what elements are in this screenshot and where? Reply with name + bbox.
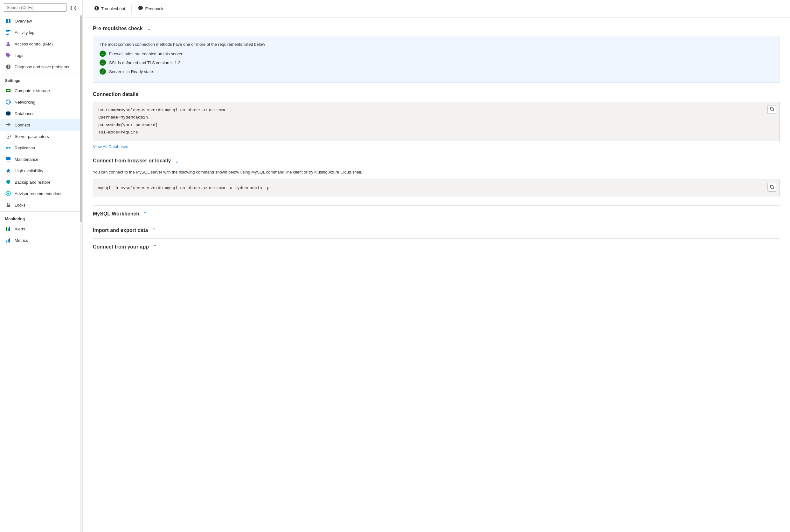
ha-label: High availability: [15, 168, 43, 173]
sidebar-item-maintenance[interactable]: Maintenance: [0, 153, 80, 165]
feedback-icon: [138, 6, 143, 12]
sidebar-item-backup[interactable]: Backup and restore: [0, 176, 80, 188]
svg-rect-19: [7, 161, 10, 162]
iam-label: Access control (IAM): [15, 42, 53, 46]
alerts-label: Alerts: [15, 227, 25, 231]
server-params-icon: [5, 133, 12, 139]
prereq-item-3: ✓ Server is in Ready state.: [99, 68, 773, 75]
troubleshoot-label: Troubleshoot: [101, 6, 125, 11]
svg-rect-26: [6, 241, 7, 243]
sidebar-nav: Overview Activity log Access control (IA…: [0, 15, 80, 532]
maintenance-icon: [5, 156, 12, 163]
search-container: ❮❮: [0, 0, 82, 15]
backup-icon: [5, 179, 12, 185]
sidebar: ❮❮ Overview Activity log Access cont: [0, 0, 83, 532]
check-icon-2: ✓: [99, 59, 106, 66]
iam-icon: [5, 41, 12, 47]
sidebar-item-replication[interactable]: Replication: [0, 142, 80, 153]
prereq-text-2: SSL is enforced and TLS version is 1.2.: [109, 60, 182, 65]
svg-rect-4: [6, 30, 11, 31]
feedback-label: Feedback: [145, 6, 163, 11]
collapse-button[interactable]: ❮❮: [68, 4, 78, 12]
sidebar-item-overview[interactable]: Overview: [0, 15, 80, 27]
browser-section: Connect from browser or locally ⌄ You ca…: [93, 158, 780, 197]
svg-rect-7: [6, 34, 8, 35]
browser-title: Connect from browser or locally: [93, 158, 171, 164]
advisor-icon: [5, 190, 12, 197]
sidebar-item-server-parameters[interactable]: Server parameters: [0, 131, 80, 142]
svg-rect-3: [8, 21, 11, 23]
conn-details-title: Connection details: [93, 92, 780, 97]
browser-header: Connect from browser or locally ⌄: [93, 158, 780, 164]
svg-point-17: [8, 147, 11, 149]
sidebar-item-tags[interactable]: Tags: [0, 50, 80, 61]
search-input[interactable]: [4, 3, 67, 12]
sidebar-item-diagnose[interactable]: Diagnose and solve problems: [0, 61, 80, 73]
sidebar-item-metrics[interactable]: Metrics: [0, 234, 80, 246]
sidebar-item-locks[interactable]: Locks: [0, 199, 80, 211]
metrics-icon: [5, 237, 12, 243]
tags-icon: [5, 52, 12, 58]
diagnose-label: Diagnose and solve problems: [15, 64, 69, 69]
copy-connection-button[interactable]: [767, 105, 776, 114]
diagnose-icon: [5, 63, 12, 70]
svg-rect-25: [9, 227, 10, 231]
metrics-label: Metrics: [15, 238, 28, 243]
troubleshoot-icon: [94, 6, 99, 12]
prereq-intro: The most common connection methods have …: [99, 42, 773, 47]
svg-rect-29: [771, 108, 773, 111]
import-export-chevron[interactable]: ⌃: [152, 227, 156, 233]
browser-chevron[interactable]: ⌄: [174, 158, 179, 164]
overview-label: Overview: [15, 19, 32, 23]
svg-rect-23: [6, 227, 7, 231]
sidebar-item-databases[interactable]: Databases: [0, 108, 80, 119]
sidebar-item-activity-log[interactable]: Activity log: [0, 27, 80, 38]
connect-app-chevron[interactable]: ⌃: [153, 244, 157, 250]
workbench-section: MySQL Workbench ⌃: [93, 205, 780, 222]
sidebar-item-compute-storage[interactable]: Compute + storage: [0, 85, 80, 96]
replication-icon: [5, 145, 12, 151]
svg-rect-10: [7, 90, 10, 91]
prereq-box: The most common connection methods have …: [93, 37, 780, 83]
prereq-text-3: Server is in Ready state.: [109, 69, 154, 74]
browser-code-box: mysql -h mysqldemoserverdb.mysql.databas…: [93, 179, 780, 196]
advisor-label: Advisor recommendations: [15, 191, 62, 196]
sidebar-item-alerts[interactable]: Alerts: [0, 223, 80, 234]
sidebar-item-ha[interactable]: High availability: [0, 165, 80, 176]
svg-rect-24: [7, 228, 8, 231]
main-area: Troubleshoot Feedback Pre-requisites che…: [83, 0, 790, 532]
troubleshoot-button[interactable]: Troubleshoot: [90, 4, 129, 14]
sidebar-scrollbar[interactable]: [80, 15, 82, 532]
sidebar-item-networking[interactable]: Networking: [0, 96, 80, 108]
svg-point-21: [7, 193, 9, 194]
locks-icon: [5, 202, 12, 208]
svg-rect-2: [6, 21, 8, 23]
svg-rect-6: [6, 33, 10, 33]
prereq-chevron[interactable]: ⌄: [147, 25, 151, 32]
topbar: Troubleshoot Feedback: [83, 0, 790, 18]
prereq-title: Pre-requisites check: [93, 26, 143, 32]
sidebar-item-iam[interactable]: Access control (IAM): [0, 38, 80, 50]
svg-rect-18: [6, 157, 11, 160]
compute-icon: [5, 88, 12, 94]
networking-label: Networking: [15, 100, 35, 104]
view-all-link[interactable]: View All Databases: [93, 144, 128, 149]
prereq-item-1: ✓ Firewall rules are enabled on this ser…: [99, 51, 773, 57]
prereq-header: Pre-requisites check ⌄: [93, 25, 780, 32]
import-export-title: Import and export data: [93, 228, 148, 233]
sidebar-item-advisor[interactable]: Advisor recommendations: [0, 188, 80, 199]
svg-point-15: [7, 136, 9, 137]
content-area: Pre-requisites check ⌄ The most common c…: [83, 18, 790, 532]
workbench-chevron[interactable]: ⌃: [143, 211, 147, 217]
backup-label: Backup and restore: [15, 180, 51, 185]
feedback-button[interactable]: Feedback: [134, 4, 167, 14]
import-export-section: Import and export data ⌃: [93, 222, 780, 239]
sidebar-item-connect[interactable]: Connect: [0, 119, 80, 131]
workbench-title: MySQL Workbench: [93, 211, 139, 217]
maintenance-label: Maintenance: [15, 157, 38, 162]
replication-label: Replication: [15, 146, 35, 150]
overview-icon: [5, 18, 12, 24]
sidebar-scrollbar-thumb: [80, 15, 82, 222]
copy-browser-button[interactable]: [767, 183, 776, 192]
connection-code-box: hostname=mysqldemoserverdb.mysql.databas…: [93, 102, 780, 141]
